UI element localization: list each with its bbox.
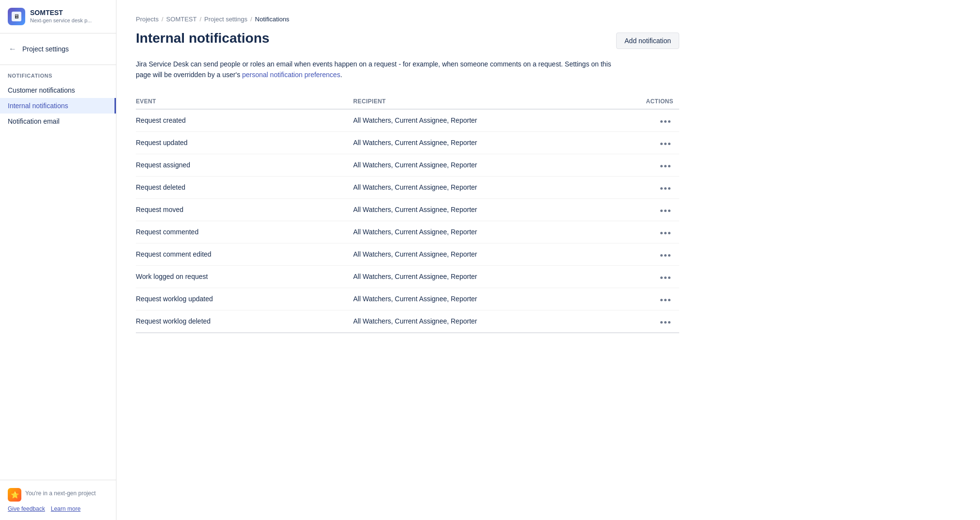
sidebar-item-project-settings[interactable]: ← Project settings — [0, 39, 116, 59]
sidebar-item-internal-notifications[interactable]: Internal notifications — [0, 98, 116, 114]
learn-more-link[interactable]: Learn more — [51, 505, 81, 512]
actions-menu-button[interactable] — [657, 163, 673, 169]
table-row: Request commentedAll Watchers, Current A… — [136, 221, 679, 243]
col-header-recipient: Recipient — [353, 94, 625, 109]
dot-1 — [660, 210, 663, 212]
cell-event: Request worklog deleted — [136, 310, 353, 333]
footer-info: ⭐ You're in a next-gen project — [8, 488, 108, 502]
dot-1 — [660, 143, 663, 145]
dot-3 — [668, 187, 670, 190]
actions-menu-button[interactable] — [657, 319, 673, 325]
logo-icon: 🖥 — [14, 13, 19, 20]
cell-recipient: All Watchers, Current Assignee, Reporter — [353, 221, 625, 243]
cell-recipient: All Watchers, Current Assignee, Reporter — [353, 198, 625, 221]
notifications-section-title: Notifications — [0, 65, 116, 82]
cell-actions — [625, 198, 679, 221]
cell-actions — [625, 310, 679, 333]
description-text-1: Jira Service Desk can send people or rol… — [136, 60, 611, 79]
dot-3 — [668, 143, 670, 145]
actions-menu-button[interactable] — [657, 275, 673, 281]
dot-1 — [660, 232, 663, 234]
cell-recipient: All Watchers, Current Assignee, Reporter — [353, 109, 625, 132]
dot-2 — [664, 210, 667, 212]
actions-menu-button[interactable] — [657, 118, 673, 125]
personal-notification-link[interactable]: personal notification preferences — [242, 71, 340, 79]
cell-event: Work logged on request — [136, 265, 353, 288]
table-row: Request comment editedAll Watchers, Curr… — [136, 243, 679, 265]
dot-2 — [664, 143, 667, 145]
cell-recipient: All Watchers, Current Assignee, Reporter — [353, 243, 625, 265]
page-title: Internal notifications — [136, 31, 269, 46]
table-row: Request worklog deletedAll Watchers, Cur… — [136, 310, 679, 333]
description-text-2: . — [340, 71, 342, 79]
cell-recipient: All Watchers, Current Assignee, Reporter — [353, 288, 625, 310]
actions-menu-button[interactable] — [657, 297, 673, 303]
dot-2 — [664, 232, 667, 234]
dot-2 — [664, 254, 667, 257]
cell-event: Request worklog updated — [136, 288, 353, 310]
dot-1 — [660, 120, 663, 123]
table-row: Request movedAll Watchers, Current Assig… — [136, 198, 679, 221]
actions-menu-button[interactable] — [657, 141, 673, 147]
cell-event: Request comment edited — [136, 243, 353, 265]
dot-1 — [660, 254, 663, 257]
actions-menu-button[interactable] — [657, 208, 673, 214]
breadcrumb-project-settings[interactable]: Project settings — [204, 16, 247, 23]
cell-actions — [625, 131, 679, 154]
give-feedback-link[interactable]: Give feedback — [8, 505, 45, 512]
dot-1 — [660, 276, 663, 279]
actions-menu-button[interactable] — [657, 230, 673, 236]
project-title: SOMTEST — [30, 9, 92, 17]
dot-3 — [668, 299, 670, 301]
dot-1 — [660, 187, 663, 190]
dot-3 — [668, 232, 670, 234]
cell-recipient: All Watchers, Current Assignee, Reporter — [353, 131, 625, 154]
notifications-table: Event Recipient Actions Request createdA… — [136, 94, 679, 333]
breadcrumb-projects[interactable]: Projects — [136, 16, 159, 23]
dot-3 — [668, 321, 670, 324]
cell-recipient: All Watchers, Current Assignee, Reporter — [353, 265, 625, 288]
table-row: Request worklog updatedAll Watchers, Cur… — [136, 288, 679, 310]
sidebar-footer: ⭐ You're in a next-gen project Give feed… — [0, 480, 116, 520]
actions-menu-button[interactable] — [657, 185, 673, 192]
table-row: Request updatedAll Watchers, Current Ass… — [136, 131, 679, 154]
actions-menu-button[interactable] — [657, 252, 673, 259]
page-description: Jira Service Desk can send people or rol… — [136, 59, 611, 81]
cell-event: Request deleted — [136, 176, 353, 198]
table-header-row: Event Recipient Actions — [136, 94, 679, 109]
cell-event: Request assigned — [136, 154, 353, 176]
cell-actions — [625, 243, 679, 265]
cell-recipient: All Watchers, Current Assignee, Reporter — [353, 154, 625, 176]
cell-event: Request created — [136, 109, 353, 132]
breadcrumb-sep-1: / — [162, 16, 163, 23]
cell-recipient: All Watchers, Current Assignee, Reporter — [353, 176, 625, 198]
project-info: SOMTEST Next-gen service desk p... — [30, 9, 92, 24]
page-header: Internal notifications Add notification — [136, 31, 679, 49]
dot-2 — [664, 120, 667, 123]
add-notification-button[interactable]: Add notification — [616, 32, 679, 49]
sidebar-item-notification-email[interactable]: Notification email — [0, 114, 116, 129]
cell-event: Request updated — [136, 131, 353, 154]
project-settings-label: Project settings — [22, 45, 69, 53]
dot-1 — [660, 299, 663, 301]
table-body: Request createdAll Watchers, Current Ass… — [136, 109, 679, 333]
dot-3 — [668, 165, 670, 167]
logo-inner: 🖥 — [12, 12, 21, 21]
breadcrumb-somtest[interactable]: SOMTEST — [166, 16, 197, 23]
cell-actions — [625, 109, 679, 132]
dot-2 — [664, 165, 667, 167]
cell-actions — [625, 176, 679, 198]
dot-2 — [664, 299, 667, 301]
breadcrumb-sep-3: / — [250, 16, 252, 23]
cell-actions — [625, 265, 679, 288]
sidebar-section-notifications: Notifications Customer notifications Int… — [0, 65, 116, 129]
cell-actions — [625, 221, 679, 243]
breadcrumb-current: Notifications — [255, 16, 290, 23]
cell-recipient: All Watchers, Current Assignee, Reporter — [353, 310, 625, 333]
dot-3 — [668, 210, 670, 212]
sidebar-item-customer-notifications[interactable]: Customer notifications — [0, 82, 116, 98]
sidebar-nav: ← Project settings — [0, 33, 116, 65]
main-content: Projects / SOMTEST / Project settings / … — [116, 0, 980, 520]
cell-event: Request moved — [136, 198, 353, 221]
footer-text: You're in a next-gen project — [25, 490, 96, 497]
